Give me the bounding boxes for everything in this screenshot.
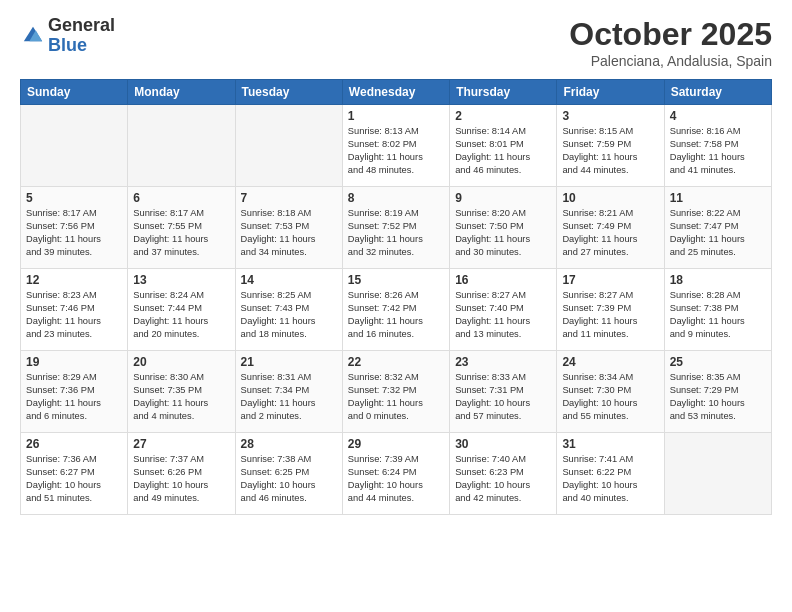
day-info: Sunrise: 8:32 AM Sunset: 7:32 PM Dayligh… [348,371,444,423]
day-number: 21 [241,355,337,369]
calendar-day-empty [21,105,128,187]
calendar-table: SundayMondayTuesdayWednesdayThursdayFrid… [20,79,772,515]
calendar-day-25: 25Sunrise: 8:35 AM Sunset: 7:29 PM Dayli… [664,351,771,433]
day-number: 10 [562,191,658,205]
day-number: 30 [455,437,551,451]
day-number: 15 [348,273,444,287]
day-info: Sunrise: 8:20 AM Sunset: 7:50 PM Dayligh… [455,207,551,259]
location-subtitle: Palenciana, Andalusia, Spain [569,53,772,69]
day-info: Sunrise: 8:14 AM Sunset: 8:01 PM Dayligh… [455,125,551,177]
logo: General Blue [20,16,115,56]
calendar-day-22: 22Sunrise: 8:32 AM Sunset: 7:32 PM Dayli… [342,351,449,433]
calendar-day-9: 9Sunrise: 8:20 AM Sunset: 7:50 PM Daylig… [450,187,557,269]
day-number: 22 [348,355,444,369]
calendar-day-16: 16Sunrise: 8:27 AM Sunset: 7:40 PM Dayli… [450,269,557,351]
weekday-header-monday: Monday [128,80,235,105]
day-number: 20 [133,355,229,369]
title-block: October 2025 Palenciana, Andalusia, Spai… [569,16,772,69]
calendar-day-empty [128,105,235,187]
calendar-day-23: 23Sunrise: 8:33 AM Sunset: 7:31 PM Dayli… [450,351,557,433]
weekday-header-friday: Friday [557,80,664,105]
day-info: Sunrise: 8:29 AM Sunset: 7:36 PM Dayligh… [26,371,122,423]
header: General Blue October 2025 Palenciana, An… [20,16,772,69]
calendar-day-30: 30Sunrise: 7:40 AM Sunset: 6:23 PM Dayli… [450,433,557,515]
calendar-week-5: 26Sunrise: 7:36 AM Sunset: 6:27 PM Dayli… [21,433,772,515]
calendar-day-2: 2Sunrise: 8:14 AM Sunset: 8:01 PM Daylig… [450,105,557,187]
day-info: Sunrise: 8:33 AM Sunset: 7:31 PM Dayligh… [455,371,551,423]
logo-blue-text: Blue [48,35,87,55]
calendar-day-24: 24Sunrise: 8:34 AM Sunset: 7:30 PM Dayli… [557,351,664,433]
calendar-day-6: 6Sunrise: 8:17 AM Sunset: 7:55 PM Daylig… [128,187,235,269]
day-number: 4 [670,109,766,123]
weekday-header-thursday: Thursday [450,80,557,105]
day-info: Sunrise: 8:30 AM Sunset: 7:35 PM Dayligh… [133,371,229,423]
calendar-day-empty [235,105,342,187]
day-number: 29 [348,437,444,451]
calendar-day-1: 1Sunrise: 8:13 AM Sunset: 8:02 PM Daylig… [342,105,449,187]
calendar-day-26: 26Sunrise: 7:36 AM Sunset: 6:27 PM Dayli… [21,433,128,515]
day-info: Sunrise: 7:40 AM Sunset: 6:23 PM Dayligh… [455,453,551,505]
day-number: 26 [26,437,122,451]
weekday-header-sunday: Sunday [21,80,128,105]
day-info: Sunrise: 8:22 AM Sunset: 7:47 PM Dayligh… [670,207,766,259]
calendar-day-17: 17Sunrise: 8:27 AM Sunset: 7:39 PM Dayli… [557,269,664,351]
calendar-day-28: 28Sunrise: 7:38 AM Sunset: 6:25 PM Dayli… [235,433,342,515]
day-info: Sunrise: 7:39 AM Sunset: 6:24 PM Dayligh… [348,453,444,505]
day-number: 5 [26,191,122,205]
day-info: Sunrise: 8:16 AM Sunset: 7:58 PM Dayligh… [670,125,766,177]
day-number: 25 [670,355,766,369]
calendar-day-11: 11Sunrise: 8:22 AM Sunset: 7:47 PM Dayli… [664,187,771,269]
calendar-day-21: 21Sunrise: 8:31 AM Sunset: 7:34 PM Dayli… [235,351,342,433]
calendar-day-13: 13Sunrise: 8:24 AM Sunset: 7:44 PM Dayli… [128,269,235,351]
day-number: 23 [455,355,551,369]
calendar-day-15: 15Sunrise: 8:26 AM Sunset: 7:42 PM Dayli… [342,269,449,351]
calendar-day-8: 8Sunrise: 8:19 AM Sunset: 7:52 PM Daylig… [342,187,449,269]
day-number: 27 [133,437,229,451]
day-info: Sunrise: 7:38 AM Sunset: 6:25 PM Dayligh… [241,453,337,505]
day-info: Sunrise: 8:23 AM Sunset: 7:46 PM Dayligh… [26,289,122,341]
calendar-day-14: 14Sunrise: 8:25 AM Sunset: 7:43 PM Dayli… [235,269,342,351]
day-number: 2 [455,109,551,123]
day-info: Sunrise: 8:26 AM Sunset: 7:42 PM Dayligh… [348,289,444,341]
calendar-week-4: 19Sunrise: 8:29 AM Sunset: 7:36 PM Dayli… [21,351,772,433]
day-info: Sunrise: 8:31 AM Sunset: 7:34 PM Dayligh… [241,371,337,423]
calendar-week-1: 1Sunrise: 8:13 AM Sunset: 8:02 PM Daylig… [21,105,772,187]
day-number: 6 [133,191,229,205]
day-info: Sunrise: 8:17 AM Sunset: 7:56 PM Dayligh… [26,207,122,259]
day-info: Sunrise: 8:18 AM Sunset: 7:53 PM Dayligh… [241,207,337,259]
day-number: 3 [562,109,658,123]
calendar-day-3: 3Sunrise: 8:15 AM Sunset: 7:59 PM Daylig… [557,105,664,187]
day-number: 17 [562,273,658,287]
calendar-day-27: 27Sunrise: 7:37 AM Sunset: 6:26 PM Dayli… [128,433,235,515]
day-number: 14 [241,273,337,287]
day-info: Sunrise: 8:35 AM Sunset: 7:29 PM Dayligh… [670,371,766,423]
calendar-day-19: 19Sunrise: 8:29 AM Sunset: 7:36 PM Dayli… [21,351,128,433]
weekday-header-wednesday: Wednesday [342,80,449,105]
day-info: Sunrise: 8:24 AM Sunset: 7:44 PM Dayligh… [133,289,229,341]
calendar-day-12: 12Sunrise: 8:23 AM Sunset: 7:46 PM Dayli… [21,269,128,351]
day-info: Sunrise: 8:25 AM Sunset: 7:43 PM Dayligh… [241,289,337,341]
day-info: Sunrise: 8:34 AM Sunset: 7:30 PM Dayligh… [562,371,658,423]
day-info: Sunrise: 8:17 AM Sunset: 7:55 PM Dayligh… [133,207,229,259]
weekday-header-saturday: Saturday [664,80,771,105]
day-number: 19 [26,355,122,369]
calendar-day-4: 4Sunrise: 8:16 AM Sunset: 7:58 PM Daylig… [664,105,771,187]
day-number: 7 [241,191,337,205]
month-title: October 2025 [569,16,772,53]
day-info: Sunrise: 8:21 AM Sunset: 7:49 PM Dayligh… [562,207,658,259]
day-info: Sunrise: 8:13 AM Sunset: 8:02 PM Dayligh… [348,125,444,177]
calendar-day-7: 7Sunrise: 8:18 AM Sunset: 7:53 PM Daylig… [235,187,342,269]
calendar-day-20: 20Sunrise: 8:30 AM Sunset: 7:35 PM Dayli… [128,351,235,433]
day-number: 28 [241,437,337,451]
day-info: Sunrise: 8:28 AM Sunset: 7:38 PM Dayligh… [670,289,766,341]
day-info: Sunrise: 7:37 AM Sunset: 6:26 PM Dayligh… [133,453,229,505]
weekday-header-row: SundayMondayTuesdayWednesdayThursdayFrid… [21,80,772,105]
day-number: 16 [455,273,551,287]
day-number: 9 [455,191,551,205]
calendar-body: 1Sunrise: 8:13 AM Sunset: 8:02 PM Daylig… [21,105,772,515]
day-number: 24 [562,355,658,369]
day-number: 18 [670,273,766,287]
day-info: Sunrise: 8:15 AM Sunset: 7:59 PM Dayligh… [562,125,658,177]
day-number: 8 [348,191,444,205]
day-number: 1 [348,109,444,123]
